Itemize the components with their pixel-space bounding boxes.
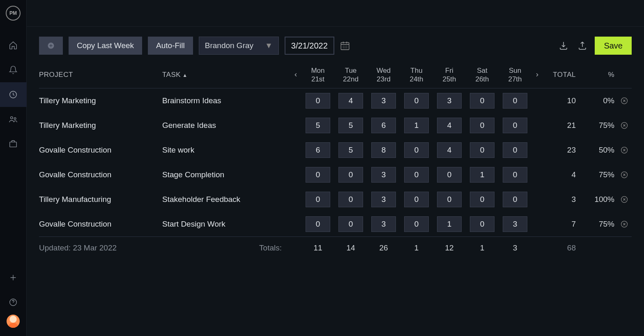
hour-input[interactable] (503, 93, 527, 109)
copy-last-week-button[interactable]: Copy Last Week (69, 37, 142, 55)
nav-timesheet[interactable] (0, 82, 27, 107)
hour-input[interactable] (338, 93, 363, 109)
hour-input[interactable] (371, 118, 396, 133)
hour-input[interactable] (371, 216, 396, 232)
hour-input[interactable] (470, 216, 494, 232)
nav-add[interactable] (0, 265, 27, 290)
row-percent: 50% (580, 146, 617, 155)
col-project[interactable]: PROJECT (39, 71, 162, 79)
day-total-3: 1 (400, 243, 433, 253)
hour-input[interactable] (503, 142, 527, 158)
date-input[interactable]: 3/21/2022 (285, 37, 334, 55)
hour-input[interactable] (404, 93, 429, 109)
row-percent: 0% (580, 96, 617, 105)
project-cell: Tillery Manufacturing (39, 195, 162, 204)
task-cell: Site work (162, 146, 290, 155)
hour-input[interactable] (503, 192, 527, 207)
hour-input[interactable] (371, 167, 396, 183)
nav-team[interactable] (0, 107, 27, 132)
day-header-0: Mon21st (301, 66, 334, 84)
hour-input[interactable] (437, 192, 462, 207)
prev-week-button[interactable] (290, 72, 301, 78)
col-task[interactable]: TASK▲ (162, 71, 290, 79)
task-cell: Stakeholder Feedback (162, 195, 290, 204)
nav-home[interactable] (0, 33, 27, 58)
hour-input[interactable] (371, 192, 396, 207)
toolbar: Copy Last Week Auto-Fill Brandon Gray ▼ … (39, 37, 632, 55)
hour-input[interactable] (306, 118, 330, 133)
avatar[interactable] (7, 315, 20, 328)
hour-input[interactable] (306, 167, 330, 183)
hour-input[interactable] (503, 118, 527, 133)
nav-notifications[interactable] (0, 58, 27, 82)
hour-input[interactable] (404, 216, 429, 232)
row-percent: 75% (580, 170, 617, 179)
svg-point-1 (11, 117, 13, 119)
row-percent: 75% (580, 121, 617, 130)
calendar-icon[interactable] (338, 37, 352, 55)
content: Copy Last Week Auto-Fill Brandon Gray ▼ … (27, 27, 644, 336)
row-total: 21 (543, 121, 580, 130)
hour-input[interactable] (503, 167, 527, 183)
hour-input[interactable] (503, 216, 527, 232)
chevron-down-icon: ▼ (265, 41, 273, 50)
hour-input[interactable] (371, 93, 396, 109)
hour-input[interactable] (404, 167, 429, 183)
hour-input[interactable] (470, 118, 494, 133)
user-select[interactable]: Brandon Gray ▼ (199, 37, 279, 55)
hour-input[interactable] (306, 192, 330, 207)
hour-input[interactable] (338, 142, 363, 158)
hour-input[interactable] (371, 142, 396, 158)
export-button[interactable] (576, 39, 589, 52)
task-cell: Stage Completion (162, 170, 290, 179)
hour-input[interactable] (338, 216, 363, 232)
hour-input[interactable] (437, 167, 462, 183)
nav-portfolio[interactable] (0, 132, 27, 156)
hour-input[interactable] (338, 192, 363, 207)
svg-point-2 (14, 118, 16, 120)
hour-input[interactable] (437, 118, 462, 133)
task-cell: Start Design Work (162, 220, 290, 229)
app-logo: PM (6, 6, 21, 21)
next-week-button[interactable] (531, 72, 543, 78)
hour-input[interactable] (404, 142, 429, 158)
delete-row-button[interactable] (617, 171, 632, 179)
day-total-6: 3 (499, 243, 531, 253)
hour-input[interactable] (404, 118, 429, 133)
hour-input[interactable] (306, 142, 330, 158)
project-cell: Tillery Marketing (39, 96, 162, 105)
hour-input[interactable] (470, 167, 494, 183)
delete-row-button[interactable] (617, 121, 632, 130)
hour-input[interactable] (470, 142, 494, 158)
hour-input[interactable] (437, 93, 462, 109)
hour-input[interactable] (338, 118, 363, 133)
autofill-button[interactable]: Auto-Fill (148, 37, 193, 55)
hour-input[interactable] (306, 93, 330, 109)
updated-text: Updated: 23 Mar 2022 (39, 243, 162, 253)
delete-row-button[interactable] (617, 220, 632, 228)
col-percent: % (580, 71, 617, 79)
topbar (27, 0, 644, 27)
hour-input[interactable] (437, 142, 462, 158)
user-select-value: Brandon Gray (205, 41, 253, 50)
hour-input[interactable] (437, 216, 462, 232)
day-header-3: Thu24th (400, 66, 433, 84)
row-total: 7 (543, 220, 580, 229)
add-row-button[interactable] (39, 37, 63, 55)
save-button[interactable]: Save (595, 37, 632, 55)
import-button[interactable] (557, 39, 570, 52)
timesheet-grid: PROJECTTASK▲Mon21stTue22ndWed23rdThu24th… (39, 66, 632, 259)
nav-help[interactable] (0, 290, 27, 315)
hour-input[interactable] (470, 93, 494, 109)
day-total-4: 12 (433, 243, 466, 253)
hour-input[interactable] (404, 192, 429, 207)
hour-input[interactable] (306, 216, 330, 232)
day-total-5: 1 (466, 243, 499, 253)
delete-row-button[interactable] (617, 195, 632, 204)
project-cell: Govalle Construction (39, 146, 162, 155)
delete-row-button[interactable] (617, 97, 632, 105)
hour-input[interactable] (338, 167, 363, 183)
hour-input[interactable] (470, 192, 494, 207)
main: Copy Last Week Auto-Fill Brandon Gray ▼ … (27, 0, 644, 336)
delete-row-button[interactable] (617, 146, 632, 154)
